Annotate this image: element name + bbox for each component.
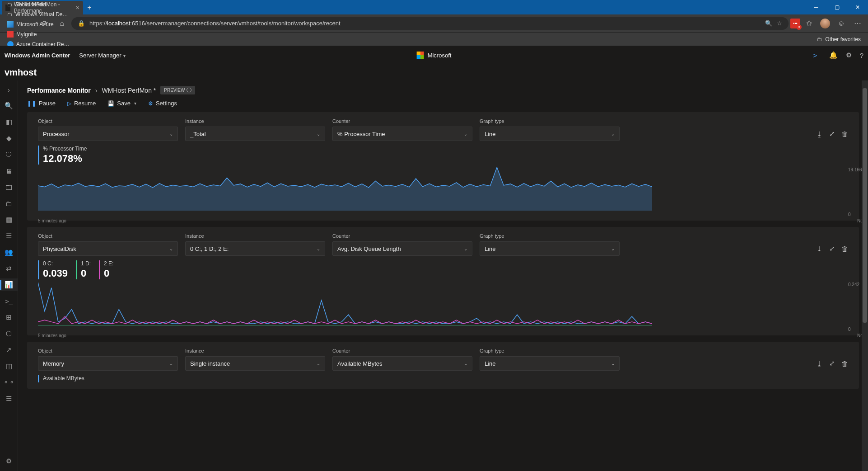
- favorites-icon[interactable]: ✩: [801, 16, 817, 31]
- settings-button[interactable]: ⚙Settings: [148, 100, 177, 107]
- dropdown-value: Avg. Disk Queue Length: [337, 245, 401, 252]
- help-icon[interactable]: ?: [860, 52, 863, 59]
- favorite-star-icon[interactable]: ☆: [777, 20, 782, 27]
- delete-icon[interactable]: 🗑: [841, 245, 848, 253]
- close-window-button[interactable]: ✕: [847, 0, 868, 14]
- sidebar-services-icon[interactable]: ⚬⚬: [0, 376, 18, 389]
- other-favorites-button[interactable]: 🗀 Other favorites: [813, 34, 864, 44]
- pause-button[interactable]: ❚❚Pause: [27, 100, 56, 107]
- bookmark-item[interactable]: MyIgnite: [4, 29, 73, 39]
- counter-dropdown[interactable]: Available MBytes⌄: [332, 356, 472, 371]
- sidebar-settings-icon[interactable]: ⚙: [0, 455, 18, 467]
- search-icon[interactable]: 🔍: [765, 20, 772, 27]
- chevron-down-icon: ⌄: [169, 361, 173, 366]
- chevron-down-icon: ⌄: [464, 361, 467, 366]
- metric-label: 0 C:: [43, 260, 68, 267]
- vertical-scrollbar[interactable]: [862, 80, 868, 471]
- expand-icon[interactable]: ⤢: [829, 359, 835, 367]
- metric: 2 E:0: [99, 260, 113, 279]
- bookmark-item[interactable]: 🗀Social Media: [4, 0, 73, 9]
- sidebar-powershell-icon[interactable]: >_: [0, 295, 18, 307]
- profile-button[interactable]: [817, 16, 833, 31]
- sidebar-azure-icon[interactable]: ◆: [0, 132, 18, 145]
- sidebar-firewall-icon[interactable]: ▦: [0, 213, 18, 226]
- sidebar-roles-icon[interactable]: ◫: [0, 360, 18, 372]
- download-icon[interactable]: ⭳: [816, 245, 823, 253]
- instance-dropdown[interactable]: _Total⌄: [185, 127, 325, 141]
- bookmark-item[interactable]: 🗀Windows Virtual De…: [4, 9, 73, 19]
- expand-icon[interactable]: ⤢: [829, 130, 835, 138]
- extension-lastpass-icon[interactable]: •••9: [790, 19, 800, 28]
- instance-dropdown[interactable]: 0 C:, 1 D:, 2 E:⌄: [185, 241, 325, 256]
- metric: % Processor Time12.078%: [38, 146, 87, 165]
- url-input[interactable]: 🔒 https://localhost:6516/servermanager/c…: [71, 17, 789, 30]
- sidebar-remote-icon[interactable]: ↗: [0, 344, 18, 356]
- minimize-window-button[interactable]: ─: [806, 0, 826, 14]
- download-icon[interactable]: ⭳: [816, 360, 823, 367]
- scrollbar-thumb[interactable]: [863, 88, 867, 322]
- object-dropdown[interactable]: PhysicalDisk⌄: [38, 241, 178, 256]
- sidebar-expand-icon[interactable]: ›: [0, 83, 18, 96]
- sidebar-search-icon[interactable]: 🔍: [0, 99, 18, 112]
- sidebar-registry-icon[interactable]: ⬡: [0, 327, 18, 340]
- graph_type-dropdown[interactable]: Line⌄: [480, 356, 620, 371]
- server-manager-menu[interactable]: Server Manager▾: [79, 52, 125, 59]
- bookmark-item[interactable]: Microsoft Azure: [4, 19, 73, 29]
- sidebar-users-icon[interactable]: 👥: [0, 246, 18, 259]
- dropdown-value: Line: [485, 131, 496, 137]
- pause-icon: ❚❚: [27, 100, 36, 107]
- sidebar-files-icon[interactable]: 🗀: [0, 197, 18, 210]
- powershell-icon[interactable]: >_: [813, 52, 821, 59]
- sidebar-events-icon[interactable]: 🗔: [0, 181, 18, 193]
- gear-icon: ⚙: [148, 100, 153, 107]
- notifications-icon[interactable]: 🔔: [829, 51, 838, 59]
- graph_type-dropdown[interactable]: Line⌄: [480, 241, 620, 256]
- delete-icon[interactable]: 🗑: [841, 360, 848, 367]
- object-dropdown[interactable]: Processor⌄: [38, 127, 178, 141]
- microsoft-brand: Microsoft: [417, 52, 452, 59]
- resume-button[interactable]: ▷Resume: [67, 100, 96, 107]
- sidebar-processes-icon[interactable]: ⊞: [0, 311, 18, 324]
- product-name[interactable]: Windows Admin Center: [5, 52, 70, 59]
- metric-value: 12.078%: [43, 153, 87, 165]
- play-icon: ▷: [67, 100, 71, 107]
- sidebar-network-icon[interactable]: ⇄: [0, 262, 18, 275]
- sidebar-apps-icon[interactable]: ☰: [0, 230, 18, 242]
- preview-badge: PREVIEWⓘ: [160, 86, 195, 94]
- context-row: vmhost: [0, 64, 868, 80]
- dropdown-value: _Total: [190, 131, 206, 137]
- metric-label: % Processor Time: [43, 146, 87, 152]
- favicon-icon: [7, 31, 14, 38]
- chart-card: ObjectMemory⌄InstanceSingle instance⌄Cou…: [27, 342, 859, 389]
- sidebar-overview-icon[interactable]: ◧: [0, 116, 18, 128]
- save-icon: 💾: [107, 100, 114, 107]
- settings-icon[interactable]: ⚙: [846, 51, 852, 59]
- info-icon[interactable]: ⓘ: [187, 87, 191, 94]
- counter-dropdown[interactable]: Avg. Disk Queue Length⌄: [332, 241, 472, 256]
- counter-dropdown[interactable]: % Processor Time⌄: [332, 127, 472, 141]
- download-icon[interactable]: ⭳: [816, 130, 823, 138]
- browser-tab-strip: WMHost PerfMon - Performanc… × + ─ ▢ ✕: [0, 0, 868, 14]
- save-button[interactable]: 💾Save▾: [107, 100, 136, 107]
- close-tab-icon[interactable]: ×: [76, 4, 79, 11]
- sidebar-certificates-icon[interactable]: 🛡: [0, 148, 18, 161]
- sidebar-perfmon-icon[interactable]: 📊: [0, 278, 18, 291]
- maximize-window-button[interactable]: ▢: [826, 0, 847, 14]
- expand-icon[interactable]: ⤢: [829, 245, 835, 253]
- delete-icon[interactable]: 🗑: [841, 130, 848, 138]
- feedback-icon[interactable]: ☺: [834, 16, 849, 31]
- field-label: Counter: [332, 233, 472, 239]
- bookmark-label: MyIgnite: [16, 31, 37, 38]
- object-dropdown[interactable]: Memory⌄: [38, 356, 178, 371]
- dropdown-value: 0 C:, 1 D:, 2 E:: [190, 245, 229, 252]
- graph_type-dropdown[interactable]: Line⌄: [480, 127, 620, 141]
- sidebar-devices-icon[interactable]: 🖥: [0, 165, 18, 177]
- instance-dropdown[interactable]: Single instance⌄: [185, 356, 325, 371]
- x-start-label: 5 minutes ago: [38, 218, 66, 223]
- menu-icon[interactable]: ⋯: [850, 16, 865, 31]
- field-label: Object: [38, 348, 178, 353]
- metric-label: 1 D:: [81, 260, 91, 267]
- sidebar-storage-icon[interactable]: ☰: [0, 392, 18, 405]
- breadcrumb-root[interactable]: Performance Monitor: [27, 87, 91, 94]
- new-tab-button[interactable]: +: [83, 1, 96, 14]
